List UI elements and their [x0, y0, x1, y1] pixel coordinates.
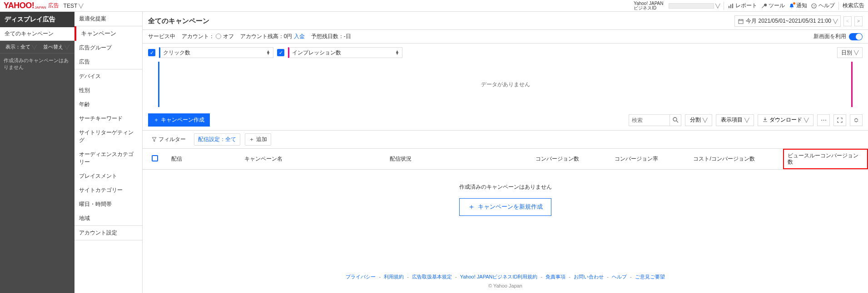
radio-off-icon: [216, 34, 221, 39]
select-all-checkbox[interactable]: [152, 155, 158, 161]
help-link[interactable]: ? ヘルプ: [811, 2, 835, 10]
col-delivery-status[interactable]: 配信状況: [385, 149, 531, 169]
expand-button[interactable]: [833, 114, 846, 126]
filter-label: フィルター: [159, 136, 186, 143]
menu-item-search-keyword[interactable]: サーチキーワード: [74, 112, 142, 126]
account-name: TEST: [64, 3, 78, 9]
granularity-select[interactable]: 日別 ╲╱: [837, 47, 863, 58]
delivery-filter[interactable]: 配信設定：全て: [194, 133, 240, 146]
download-button[interactable]: ダウンロード ╲╱: [758, 114, 813, 126]
collapse-button[interactable]: [850, 114, 863, 126]
columns-button[interactable]: 表示項目 ╲╱: [716, 114, 754, 126]
nav-menu: 最適化提案 キャンペーン 広告グループ 広告 デバイス 性別 年齢 サーチキーワ…: [74, 12, 143, 293]
show-filter[interactable]: 表示：全て ╲╱: [5, 44, 36, 50]
menu-item-region[interactable]: 地域: [74, 211, 142, 225]
page-title: 全てのキャンペーン: [148, 17, 209, 25]
metric2-checkbox[interactable]: ✓: [277, 49, 284, 56]
col-cost-per-conv[interactable]: コスト/コンバージョン数: [689, 149, 783, 169]
col-conversions[interactable]: コンバージョン数: [531, 149, 610, 169]
svg-rect-0: [729, 6, 729, 8]
footer-sep: -: [607, 274, 609, 279]
footer-privacy[interactable]: プライバシー: [346, 274, 376, 279]
footer-help[interactable]: ヘルプ: [612, 274, 627, 279]
filter-button[interactable]: フィルター: [148, 134, 189, 145]
metric2-label: インプレッション数: [292, 49, 341, 57]
search-input[interactable]: [629, 114, 670, 126]
plus-icon: ＋: [468, 202, 475, 212]
chevron-down-icon: ╲╱: [32, 45, 36, 49]
footer-sep: -: [407, 274, 409, 279]
sidebar-empty-message: 作成済みのキャンペーンはありません: [0, 54, 74, 75]
metric1-select[interactable]: クリック数 ▲▼: [159, 47, 273, 58]
top-right-nav: Yahoo! JAPAN ビジネスID ╲╱ レポート ツール 通知: [634, 1, 864, 10]
footer-ad-policy[interactable]: 広告取扱基本規定: [412, 274, 452, 279]
svg-line-10: [676, 121, 678, 122]
remaining-days: 予想残日数：-日: [311, 33, 351, 40]
col-conversion-rate[interactable]: コンバージョン率: [610, 149, 689, 169]
wrench-icon: [761, 3, 767, 9]
search-button[interactable]: [670, 114, 681, 126]
columns-label: 表示項目: [721, 116, 743, 124]
svg-rect-5: [739, 20, 743, 24]
more-button[interactable]: ⋯: [817, 114, 830, 126]
report-link[interactable]: レポート: [728, 2, 757, 10]
updown-icon: ▲▼: [266, 50, 270, 55]
calendar-icon: [738, 18, 744, 24]
menu-item-account-settings[interactable]: アカウント設定: [74, 226, 142, 240]
granularity-label: 日別: [841, 49, 852, 57]
tool-link[interactable]: ツール: [761, 2, 785, 10]
date-range-label: 今月 2021/05/01~2021/05/31 21:00: [746, 17, 831, 25]
footer-contact[interactable]: お問い合わせ: [574, 274, 604, 279]
search-box: [629, 114, 681, 126]
new-ui-toggle[interactable]: [849, 33, 863, 40]
split-button[interactable]: 分割 ╲╱: [685, 114, 712, 126]
footer-feedback[interactable]: ご意見ご要望: [635, 274, 665, 279]
deposit-link[interactable]: 入金: [294, 33, 305, 39]
balance-label: アカウント残高：0円: [240, 33, 293, 39]
create-campaign-ghost-button[interactable]: ＋ キャンペーンを新規作成: [459, 198, 551, 216]
create-ghost-label: キャンペーンを新規作成: [478, 203, 543, 211]
menu-item-ad[interactable]: 広告: [74, 55, 142, 69]
sort-control[interactable]: 並べ替え ╲╱: [43, 44, 69, 50]
col-campaign-name[interactable]: キャンペーン名: [240, 149, 386, 169]
col-view-through-conv[interactable]: ビュースルーコンバージョン数: [783, 149, 868, 169]
menu-item-audience-category[interactable]: オーディエンスカテゴリー: [74, 147, 142, 169]
menu-item-device[interactable]: デバイス: [74, 69, 142, 83]
business-id: Yahoo! JAPAN ビジネスID: [634, 1, 663, 10]
date-prev-button[interactable]: <: [843, 16, 852, 26]
notice-link[interactable]: 通知: [789, 2, 807, 10]
footer-bizid-terms[interactable]: Yahoo! JAPANビジネスID利用規約: [460, 274, 538, 279]
menu-item-gender[interactable]: 性別: [74, 83, 142, 98]
new-ui-label: 新画面を利用: [813, 33, 846, 40]
col-delivery[interactable]: 配信: [167, 149, 239, 169]
business-id-select[interactable]: ╲╱: [667, 3, 720, 9]
split-label: 分割: [690, 116, 701, 124]
account-label: アカウント：: [182, 33, 214, 39]
search-ad-link[interactable]: 検索広告: [843, 2, 864, 10]
date-next-button[interactable]: >: [854, 16, 863, 26]
metric2-select[interactable]: インプレッション数 ▲▼: [288, 47, 402, 58]
add-filter-button[interactable]: ＋ 追加: [245, 133, 271, 146]
menu-item-campaign[interactable]: キャンペーン: [74, 26, 142, 41]
updown-icon: ▲▼: [395, 50, 399, 55]
footer-disclaimer[interactable]: 免責事項: [546, 274, 565, 279]
chevron-down-icon: ╲╱: [703, 118, 707, 122]
chevron-down-icon: ╲╱: [714, 4, 720, 8]
create-campaign-button[interactable]: ＋ キャンペーン作成: [148, 113, 210, 127]
menu-item-age[interactable]: 年齢: [74, 98, 142, 112]
date-range-picker[interactable]: 今月 2021/05/01~2021/05/31 21:00 ╲╱: [734, 15, 841, 27]
menu-item-site-retargeting[interactable]: サイトリターゲティング: [74, 126, 142, 147]
account-switcher[interactable]: TEST ╲╱: [64, 3, 83, 9]
footer-terms[interactable]: 利用規約: [384, 274, 404, 279]
menu-item-optimize[interactable]: 最適化提案: [74, 12, 142, 26]
menu-item-dayhour[interactable]: 曜日・時間帯: [74, 197, 142, 211]
footer-links: プライバシー - 利用規約 - 広告取扱基本規定 - Yahoo! JAPANビ…: [143, 273, 868, 280]
menu-item-adgroup[interactable]: 広告グループ: [74, 41, 142, 55]
menu-item-site-category[interactable]: サイトカテゴリー: [74, 183, 142, 197]
logo-sub: JAPAN: [35, 5, 46, 10]
menu-item-placement[interactable]: プレイスメント: [74, 169, 142, 183]
account-status: アカウント： オフ: [182, 33, 234, 40]
svg-rect-2: [732, 4, 733, 8]
metric1-checkbox[interactable]: ✓: [148, 49, 155, 56]
all-campaigns-item[interactable]: 全てのキャンペーン: [0, 27, 74, 41]
